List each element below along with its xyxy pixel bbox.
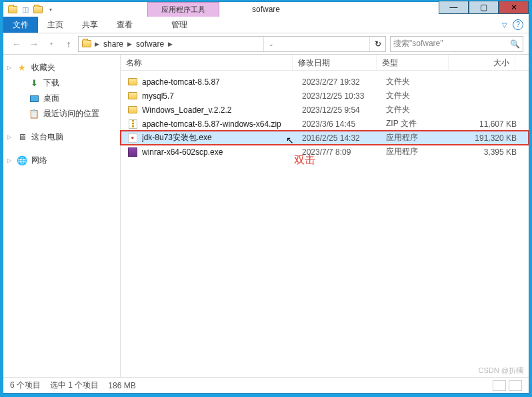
file-name: mysql5.7 bbox=[142, 91, 302, 101]
annotation-text: 双击 bbox=[294, 153, 315, 167]
column-headers: 名称 修改日期 类型 大小 bbox=[121, 55, 529, 71]
star-icon: ★ bbox=[17, 63, 27, 73]
home-tab[interactable]: 主页 bbox=[38, 17, 73, 33]
file-size: 3,395 KB bbox=[458, 147, 517, 157]
download-icon: ⬇ bbox=[29, 78, 39, 89]
address-dropdown-icon[interactable]: ⌄ bbox=[263, 37, 279, 51]
folder-icon bbox=[127, 91, 138, 101]
address-bar[interactable]: ▶ share ▶ sofware ▶ ⌄ ↻ bbox=[78, 36, 386, 52]
collapse-icon[interactable]: ▷ bbox=[7, 157, 11, 163]
sidebar-favorites[interactable]: ▷ ★ 收藏夹 bbox=[3, 60, 120, 75]
network-icon: 🌐 bbox=[17, 155, 27, 166]
window-title: sofware bbox=[252, 5, 280, 14]
file-row[interactable]: apache-tomcat-8.5.87-windows-x64.zip2023… bbox=[121, 117, 529, 131]
file-name: apache-tomcat-8.5.87-windows-x64.zip bbox=[142, 119, 302, 129]
file-type: 文件夹 bbox=[386, 90, 458, 101]
titlebar: ◫ ▾ 应用程序工具 sofware — ▢ ✕ bbox=[3, 2, 529, 17]
sidebar-downloads[interactable]: ⬇ 下载 bbox=[3, 75, 120, 91]
breadcrumb-share[interactable]: share bbox=[102, 39, 125, 49]
file-name: Windows_Loader_v.2.2.2 bbox=[142, 105, 302, 115]
explorer-window: ◫ ▾ 应用程序工具 sofware — ▢ ✕ 文件 主页 共享 查看 管理 … bbox=[3, 1, 529, 394]
file-size: 191,320 KB bbox=[458, 133, 517, 143]
desktop-icon bbox=[29, 93, 39, 104]
address-folder-icon bbox=[81, 39, 92, 49]
file-type: 应用程序 bbox=[386, 146, 458, 157]
status-bar: 6 个项目 选中 1 个项目 186 MB bbox=[3, 377, 529, 393]
file-row[interactable]: apache-tomcat-8.5.872023/2/27 19:32文件夹 bbox=[121, 75, 529, 89]
folder-icon bbox=[127, 105, 138, 115]
file-name: winrar-x64-602scp.exe bbox=[142, 147, 302, 157]
details-view-button[interactable] bbox=[493, 380, 506, 391]
file-name: jdk-8u73安装包.exe bbox=[142, 132, 302, 143]
file-row[interactable]: Windows_Loader_v.2.2.22023/12/25 9:54文件夹 bbox=[121, 103, 529, 117]
maximize-button[interactable]: ▢ bbox=[469, 1, 499, 14]
refresh-icon[interactable]: ↻ bbox=[369, 37, 385, 51]
explorer-body: ▷ ★ 收藏夹 ⬇ 下载 桌面 📋 最近访问的位置 bbox=[3, 55, 529, 377]
search-icon[interactable]: 🔍 bbox=[510, 39, 520, 49]
file-row[interactable]: winrar-x64-602scp.exe2023/7/7 8:09应用程序3,… bbox=[121, 145, 529, 159]
sidebar-network[interactable]: ▷ 🌐 网络 bbox=[3, 153, 120, 168]
file-date: 2023/12/25 9:54 bbox=[302, 105, 386, 115]
status-size: 186 MB bbox=[108, 381, 135, 390]
file-type: 文件夹 bbox=[386, 104, 458, 115]
file-type: ZIP 文件 bbox=[386, 118, 458, 129]
expand-ribbon-icon[interactable]: ▽ bbox=[502, 21, 507, 29]
sidebar-desktop[interactable]: 桌面 bbox=[3, 91, 120, 106]
view-tab[interactable]: 查看 bbox=[107, 17, 142, 33]
new-folder-icon[interactable] bbox=[33, 4, 43, 15]
recent-icon: 📋 bbox=[29, 109, 39, 119]
rar-icon bbox=[127, 147, 138, 157]
navigation-pane: ▷ ★ 收藏夹 ⬇ 下载 桌面 📋 最近访问的位置 bbox=[3, 55, 121, 377]
file-date: 2023/3/6 14:45 bbox=[302, 119, 386, 129]
collapse-icon[interactable]: ▷ bbox=[7, 65, 11, 71]
file-name: apache-tomcat-8.5.87 bbox=[142, 77, 302, 87]
chevron-right-icon[interactable]: ▶ bbox=[95, 41, 99, 47]
column-size[interactable]: 大小 bbox=[449, 55, 515, 70]
help-icon[interactable]: ? bbox=[513, 19, 523, 30]
context-tab[interactable]: 应用程序工具 bbox=[147, 2, 219, 17]
forward-button[interactable]: → bbox=[26, 36, 42, 52]
collapse-icon[interactable]: ▷ bbox=[7, 134, 11, 140]
qat-dropdown-icon[interactable]: ▾ bbox=[45, 4, 56, 15]
chevron-right-icon[interactable]: ▶ bbox=[127, 41, 132, 47]
computer-icon: 🖥 bbox=[17, 132, 27, 143]
column-type[interactable]: 类型 bbox=[377, 55, 449, 70]
file-type: 文件夹 bbox=[386, 76, 458, 87]
icons-view-button[interactable] bbox=[509, 380, 522, 391]
breadcrumb-sofware[interactable]: sofware bbox=[135, 39, 165, 49]
window-controls: — ▢ ✕ bbox=[439, 1, 529, 14]
file-row[interactable]: ⚬jdk-8u73安装包.exe2016/2/25 14:32应用程序191,3… bbox=[121, 131, 529, 145]
minimize-button[interactable]: — bbox=[439, 1, 469, 14]
status-count: 6 个项目 bbox=[10, 380, 41, 391]
manage-tab[interactable]: 管理 bbox=[162, 17, 197, 33]
file-tab[interactable]: 文件 bbox=[3, 17, 38, 33]
file-date: 2023/12/25 10:33 bbox=[302, 91, 386, 101]
chevron-right-icon[interactable]: ▶ bbox=[168, 41, 173, 47]
folder-icon bbox=[127, 77, 138, 87]
properties-icon[interactable]: ◫ bbox=[20, 4, 31, 15]
file-type: 应用程序 bbox=[386, 132, 458, 143]
watermark: CSDN @折櫊 bbox=[479, 366, 523, 376]
up-button[interactable]: ↑ bbox=[61, 36, 77, 52]
sidebar-computer[interactable]: ▷ 🖥 这台电脑 bbox=[3, 129, 120, 145]
close-button[interactable]: ✕ bbox=[499, 1, 529, 14]
share-tab[interactable]: 共享 bbox=[73, 17, 107, 33]
file-row[interactable]: mysql5.72023/12/25 10:33文件夹 bbox=[121, 89, 529, 103]
navigation-bar: ← → ▾ ↑ ▶ share ▶ sofware ▶ ⌄ ↻ 搜索"sofwa… bbox=[3, 33, 529, 55]
zip-icon bbox=[127, 119, 138, 129]
folder-icon bbox=[7, 4, 18, 15]
search-input[interactable]: 搜索"sofware" 🔍 bbox=[390, 36, 523, 52]
file-list: apache-tomcat-8.5.872023/2/27 19:32文件夹my… bbox=[121, 71, 529, 377]
file-date: 2016/2/25 14:32 bbox=[302, 133, 386, 143]
column-date[interactable]: 修改日期 bbox=[293, 55, 377, 70]
column-name[interactable]: 名称 bbox=[121, 55, 293, 70]
quick-access-toolbar: ◫ ▾ bbox=[3, 4, 56, 15]
back-button[interactable]: ← bbox=[9, 36, 25, 52]
recent-dropdown-icon[interactable]: ▾ bbox=[43, 36, 59, 52]
sidebar-recent[interactable]: 📋 最近访问的位置 bbox=[3, 106, 120, 121]
file-date: 2023/2/27 19:32 bbox=[302, 77, 386, 87]
status-selected: 选中 1 个项目 bbox=[50, 380, 99, 391]
file-size: 11,607 KB bbox=[458, 119, 517, 129]
ribbon-tabs: 文件 主页 共享 查看 管理 ▽ ? bbox=[3, 17, 529, 33]
search-placeholder: 搜索"sofware" bbox=[393, 38, 443, 49]
